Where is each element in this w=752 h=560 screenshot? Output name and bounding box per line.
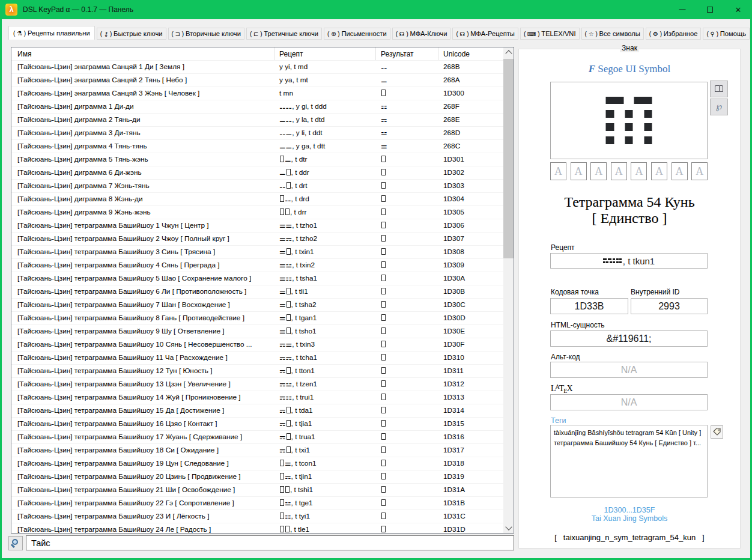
font-variant-button[interactable]: A xyxy=(550,162,566,180)
cell-name: [Тайсюань-Цзин] тетраграмма Башийшоу 11 … xyxy=(11,352,274,364)
tab-secondary-keys[interactable]: ( ⊐ ) Вторичные ключи xyxy=(168,28,244,40)
table-row[interactable]: [Тайсюань-Цзин] тетраграмма Башийшоу 7 Ш… xyxy=(11,299,505,312)
scroll-up-arrow[interactable] xyxy=(503,47,514,58)
missing-glyph-box xyxy=(287,446,291,453)
missing-glyph-box xyxy=(280,460,284,466)
recipe-field[interactable]: , t tkun1 xyxy=(550,253,708,269)
table-row[interactable]: [Тайсюань-Цзин] диграмма 1 Ди-ди⚋⚋, y gi… xyxy=(11,100,505,114)
table-row[interactable]: [Тайсюань-Цзин] энаграмма Санцяй 1 Ди [ … xyxy=(11,61,505,74)
tag-button[interactable] xyxy=(711,425,723,439)
tab-scripts[interactable]: ( ⊕ ) Письменности xyxy=(324,28,390,40)
scripts-icon: ( ⊕ ) xyxy=(327,31,341,37)
table-row[interactable]: [Тайсюань-Цзин] тетраграмма Башийшоу 12 … xyxy=(11,365,505,378)
missing-glyph-box xyxy=(381,169,386,175)
column-header-recipe[interactable]: Рецепт xyxy=(274,47,376,60)
table-row[interactable]: [Тайсюань-Цзин] диграмма 4 Тянь-тянь⚊⚊, … xyxy=(11,140,505,153)
vertical-scrollbar[interactable] xyxy=(503,47,514,533)
cell-name: [Тайсюань-Цзин] диграмма 4 Тянь-тянь xyxy=(11,140,274,153)
titlebar[interactable]: λ DSL KeyPad α — 0.1.7 — Панель ✕ xyxy=(0,0,752,19)
cell-result: ⚍ xyxy=(376,127,438,139)
font-link[interactable]: F Segoe UI Symbol xyxy=(519,63,740,75)
latex-field[interactable]: N/A xyxy=(550,394,708,410)
table-row[interactable]: [Тайсюань-Цзин] энаграмма Санцяй 2 Тянь … xyxy=(11,74,505,87)
codepoint-field[interactable]: 1D33B xyxy=(550,298,628,314)
tab-favorites[interactable]: ( ⚙ ) Избранное xyxy=(646,28,702,40)
taixuan-digram-glyph xyxy=(613,258,622,264)
book-button[interactable] xyxy=(710,81,728,97)
tab-melting-recipes[interactable]: ( ⚗ ) Рецепты плавильни xyxy=(8,26,95,40)
recipe-label: Рецепт xyxy=(551,243,575,252)
table-row[interactable]: [Тайсюань-Цзин] тетраграмма Башийшоу 24 … xyxy=(11,523,505,533)
table-row[interactable]: [Тайсюань-Цзин] диграмма 5 Тянь-жэнь⚊, t… xyxy=(11,153,505,166)
column-header-unicode[interactable]: Unicode xyxy=(438,47,494,60)
font-variant-button[interactable]: A xyxy=(590,162,607,180)
font-variant-button[interactable]: A xyxy=(691,162,708,180)
column-header-name[interactable]: Имя xyxy=(11,47,274,60)
table-row[interactable]: [Тайсюань-Цзин] диграмма 9 Жэнь-жэнь, t … xyxy=(11,206,505,219)
tab-fast-keys[interactable]: ( ⚷ ) Быстрые ключи xyxy=(97,28,166,40)
table-row[interactable]: [Тайсюань-Цзин] тетраграмма Башийшоу 18 … xyxy=(11,444,505,457)
search-button[interactable] xyxy=(8,536,23,550)
table-row[interactable]: [Тайсюань-Цзин] тетраграмма Башийшоу 5 Ш… xyxy=(11,272,505,285)
scrollbar-thumb[interactable] xyxy=(503,59,514,258)
table-row[interactable]: [Тайсюань-Цзин] тетраграмма Башийшоу 17 … xyxy=(11,431,505,444)
table-row[interactable]: [Тайсюань-Цзин] тетраграмма Башийшоу 20 … xyxy=(11,470,505,484)
table-row[interactable]: [Тайсюань-Цзин] тетраграмма Башийшоу 22 … xyxy=(11,497,505,510)
scroll-down-arrow[interactable] xyxy=(503,523,514,533)
column-header-result[interactable]: Результат xyxy=(376,47,438,60)
table-row[interactable]: [Тайсюань-Цзин] диграмма 3 Ди-тянь⚋⚊, y … xyxy=(11,127,505,140)
html-entity-field[interactable]: &#119611; xyxy=(550,330,708,347)
tab-label: Помощь xyxy=(720,30,746,37)
table-row[interactable]: [Тайсюань-Цзин] диграмма 6 Ди-жэнь⚊, t d… xyxy=(11,166,505,180)
block-link[interactable]: Tai Xuan Jing Symbols xyxy=(519,514,740,523)
cell-recipe: , t tle1 xyxy=(274,523,376,533)
tab-tertiary-keys[interactable]: ( ⊏ ) Третичные ключи xyxy=(246,28,322,40)
internal-id-field[interactable]: 2993 xyxy=(631,298,708,314)
table-row[interactable]: [Тайсюань-Цзин] тетраграмма Башийшоу 15 … xyxy=(11,404,505,418)
table-row[interactable]: [Тайсюань-Цзин] диграмма 7 Жэнь-тянь⚋, t… xyxy=(11,180,505,193)
table-row[interactable]: [Тайсюань-Цзин] тетраграмма Башийшоу 4 С… xyxy=(11,259,505,272)
maximize-button[interactable] xyxy=(696,0,724,19)
tab-ipa-keys[interactable]: ( ☊ ) МФА-Ключи xyxy=(392,28,451,40)
table-row[interactable]: [Тайсюань-Цзин] тетраграмма Башийшоу 13 … xyxy=(11,378,505,391)
missing-glyph-box xyxy=(280,473,284,479)
table-row[interactable]: [Тайсюань-Цзин] тетраграмма Башийшоу 21 … xyxy=(11,484,505,497)
table-row[interactable]: [Тайсюань-Цзин] тетраграмма Башийшоу 2 Ч… xyxy=(11,233,505,246)
minimize-button[interactable] xyxy=(669,0,696,19)
table-row[interactable]: [Тайсюань-Цзин] тетраграмма Башийшоу 9 Ш… xyxy=(11,325,505,338)
table-row[interactable]: [Тайсюань-Цзин] энаграмма Санцяй 3 Жэнь … xyxy=(11,87,505,100)
alt-code-field[interactable]: N/A xyxy=(550,362,708,378)
table-row[interactable]: [Тайсюань-Цзин] тетраграмма Башийшоу 14 … xyxy=(11,391,505,404)
tab-ipa-recipes[interactable]: ( ☊ ) МФА-Рецепты xyxy=(452,28,518,40)
table-row[interactable]: [Тайсюань-Цзин] тетраграмма Башийшоу 3 С… xyxy=(11,246,505,259)
table-row[interactable]: [Тайсюань-Цзин] тетраграмма Башийшоу 23 … xyxy=(11,510,505,523)
range-link[interactable]: 1D300...1D35F xyxy=(519,506,740,514)
table-row[interactable]: [Тайсюань-Цзин] тетраграмма Башийшоу 6 Л… xyxy=(11,285,505,299)
search-input[interactable] xyxy=(26,535,514,550)
cell-recipe: ⚎, t trua1 xyxy=(274,431,376,443)
table-row[interactable]: [Тайсюань-Цзин] тетраграмма Башийшоу 10 … xyxy=(11,338,505,352)
font-variant-button[interactable]: A xyxy=(611,162,627,180)
font-variant-button[interactable]: A xyxy=(571,162,587,180)
table-row[interactable]: [Тайсюань-Цзин] диграмма 8 Жэнь-ди⚋, t d… xyxy=(11,193,505,206)
missing-glyph-box xyxy=(287,407,291,413)
cell-unicode: 268B xyxy=(438,61,494,73)
cell-name: [Тайсюань-Цзин] тетраграмма Башийшоу 17 … xyxy=(11,431,274,443)
close-button[interactable]: ✕ xyxy=(724,0,752,19)
cell-unicode: 1D313 xyxy=(438,391,494,404)
tab-help[interactable]: ( ⚲ ) Помощь xyxy=(703,28,750,40)
font-variant-button[interactable]: A xyxy=(651,162,667,180)
table-row[interactable]: [Тайсюань-Цзин] тетраграмма Башийшоу 8 Г… xyxy=(11,312,505,325)
tab-all-symbols[interactable]: ( ☆ ) Все символы xyxy=(581,28,644,40)
font-variant-button[interactable]: A xyxy=(631,162,647,180)
table-row[interactable]: [Тайсюань-Цзин] тетраграмма Башийшоу 19 … xyxy=(11,457,505,470)
table-row[interactable]: [Тайсюань-Цзин] диграмма 2 Тянь-ди⚊⚋, y … xyxy=(11,114,505,127)
cell-unicode: 268C xyxy=(438,140,494,153)
table-row[interactable]: [Тайсюань-Цзин] тетраграмма Башийшоу 16 … xyxy=(11,418,505,431)
weierstrass-button[interactable]: ℘ xyxy=(710,99,728,115)
font-variant-button[interactable]: A xyxy=(672,162,688,180)
tab-telex-vni[interactable]: ( ⌨ ) TELEX/VNI xyxy=(520,28,580,40)
table-row[interactable]: [Тайсюань-Цзин] тетраграмма Башийшоу 11 … xyxy=(11,352,505,365)
table-row[interactable]: [Тайсюань-Цзин] тетраграмма Башийшоу 1 Ч… xyxy=(11,219,505,233)
tags-field[interactable]: tàixuánjīng Bāshíyīshǒu tetragram 54 Kūn… xyxy=(550,425,708,498)
